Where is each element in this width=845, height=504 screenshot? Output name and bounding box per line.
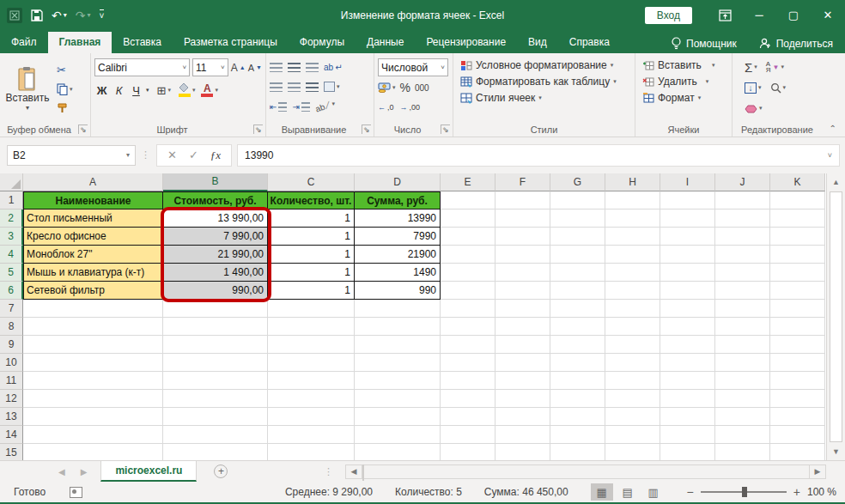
tab-вид[interactable]: Вид [517, 32, 558, 53]
cell-G4[interactable] [550, 246, 605, 264]
cell-J12[interactable] [715, 390, 770, 408]
horizontal-scroll-thumb[interactable] [362, 465, 364, 481]
column-header-C[interactable]: C [268, 173, 355, 191]
fill-down-icon[interactable]: ↓▾ [745, 79, 762, 96]
cell-G9[interactable] [550, 336, 605, 354]
cell-K9[interactable] [770, 336, 825, 354]
cell-C4[interactable]: 1 [268, 246, 355, 264]
alignment-dialog-launcher[interactable]: ⇘ [362, 124, 371, 134]
cell-B1[interactable]: Стоимость, руб. [163, 191, 268, 209]
cell-A9[interactable] [23, 336, 163, 354]
ribbon-display-options-icon[interactable] [708, 0, 742, 30]
cell-H15[interactable] [605, 444, 660, 460]
cell-D9[interactable] [355, 336, 441, 354]
cut-icon[interactable]: ✂ [57, 62, 73, 79]
cell-F15[interactable] [495, 444, 550, 460]
cell-B9[interactable] [163, 336, 268, 354]
cell-C12[interactable] [268, 390, 355, 408]
cell-G14[interactable] [550, 426, 605, 444]
cell-B7[interactable] [163, 300, 268, 318]
cell-H7[interactable] [605, 300, 660, 318]
row-header-15[interactable]: 15 [0, 444, 23, 460]
cell-I13[interactable] [660, 408, 715, 426]
cell-J15[interactable] [715, 444, 770, 460]
cell-A3[interactable]: Кресло офисное [23, 228, 163, 246]
cell-G1[interactable] [550, 191, 605, 209]
cell-C13[interactable] [268, 408, 355, 426]
cell-B12[interactable] [163, 390, 268, 408]
cell-I9[interactable] [660, 336, 715, 354]
font-size-combo[interactable]: 11˅ [192, 58, 228, 76]
font-color-icon[interactable]: А ▾ [201, 82, 218, 99]
cell-F7[interactable] [495, 300, 550, 318]
cell-F13[interactable] [495, 408, 550, 426]
cell-A1[interactable]: Наименование [23, 191, 163, 209]
cell-K6[interactable] [770, 282, 825, 300]
cell-J11[interactable] [715, 372, 770, 390]
cell-D15[interactable] [355, 444, 441, 460]
comma-style-icon[interactable]: 000 [415, 79, 429, 96]
cell-E11[interactable] [441, 372, 495, 390]
cell-J7[interactable] [715, 300, 770, 318]
cell-I8[interactable] [660, 318, 715, 336]
italic-button[interactable]: К [112, 84, 126, 97]
scroll-left-icon[interactable]: ◀ [345, 465, 362, 479]
excel-app-icon[interactable] [7, 8, 22, 23]
cell-K10[interactable] [770, 354, 825, 372]
decrease-decimal-icon[interactable]: →,00 [400, 99, 421, 116]
cell-F3[interactable] [495, 228, 550, 246]
column-header-B[interactable]: B [163, 173, 268, 191]
cell-I15[interactable] [660, 444, 715, 460]
page-layout-view-icon[interactable]: ▤ [617, 483, 639, 501]
cell-B2[interactable]: 13 990,00 [163, 209, 268, 228]
decrease-font-icon[interactable]: A▼ [248, 59, 262, 76]
cell-K8[interactable] [770, 318, 825, 336]
cell-H4[interactable] [605, 246, 660, 264]
align-right-icon[interactable] [306, 82, 319, 92]
insert-function-icon[interactable]: ƒx [210, 149, 221, 162]
cell-J5[interactable] [715, 264, 770, 282]
cell-I1[interactable] [660, 191, 715, 209]
close-button[interactable]: ✕ [811, 0, 845, 30]
cell-A5[interactable]: Мышь и клавиатура (к-т) [23, 264, 163, 282]
cell-styles-button[interactable]: Стили ячеек▾ [460, 92, 631, 104]
scroll-right-icon[interactable]: ▶ [809, 465, 826, 479]
cell-E1[interactable] [441, 191, 495, 209]
row-header-8[interactable]: 8 [0, 318, 23, 336]
cell-H13[interactable] [605, 408, 660, 426]
scroll-down-icon[interactable]: ▼ [827, 443, 845, 460]
redo-icon[interactable]: ↷▾ [76, 9, 91, 22]
cell-E2[interactable] [441, 209, 495, 228]
cell-F9[interactable] [495, 336, 550, 354]
column-header-H[interactable]: H [605, 173, 660, 191]
cell-K3[interactable] [770, 228, 825, 246]
copy-icon[interactable]: ▾ [57, 81, 73, 98]
increase-indent-icon[interactable]: ⇥ [292, 98, 309, 115]
cell-I3[interactable] [660, 228, 715, 246]
cell-B11[interactable] [163, 372, 268, 390]
cell-E8[interactable] [441, 318, 495, 336]
zoom-slider-thumb[interactable] [742, 487, 747, 497]
cell-C14[interactable] [268, 426, 355, 444]
prev-sheet-icon[interactable]: ◀ [58, 467, 65, 477]
vertical-scroll-thumb[interactable] [830, 191, 842, 442]
cell-J10[interactable] [715, 354, 770, 372]
cell-B6[interactable]: 990,00 [163, 282, 268, 300]
cell-C15[interactable] [268, 444, 355, 460]
row-header-5[interactable]: 5 [0, 264, 23, 282]
cell-G15[interactable] [550, 444, 605, 460]
cell-A6[interactable]: Сетевой фильтр [23, 282, 163, 300]
cell-D11[interactable] [355, 372, 441, 390]
cell-J3[interactable] [715, 228, 770, 246]
format-as-table-button[interactable]: Форматировать как таблицу▾ [460, 76, 631, 88]
cell-F11[interactable] [495, 372, 550, 390]
cell-K5[interactable] [770, 264, 825, 282]
next-sheet-icon[interactable]: ▶ [81, 467, 88, 477]
orientation-icon[interactable]: ab⟋▾ [313, 95, 337, 118]
cell-E15[interactable] [441, 444, 495, 460]
decrease-indent-icon[interactable]: ⇤ [270, 98, 287, 115]
new-sheet-button[interactable]: + [197, 461, 245, 482]
tab-главная[interactable]: Главная [48, 32, 112, 53]
cell-A7[interactable] [23, 300, 163, 318]
format-painter-icon[interactable] [57, 100, 73, 117]
